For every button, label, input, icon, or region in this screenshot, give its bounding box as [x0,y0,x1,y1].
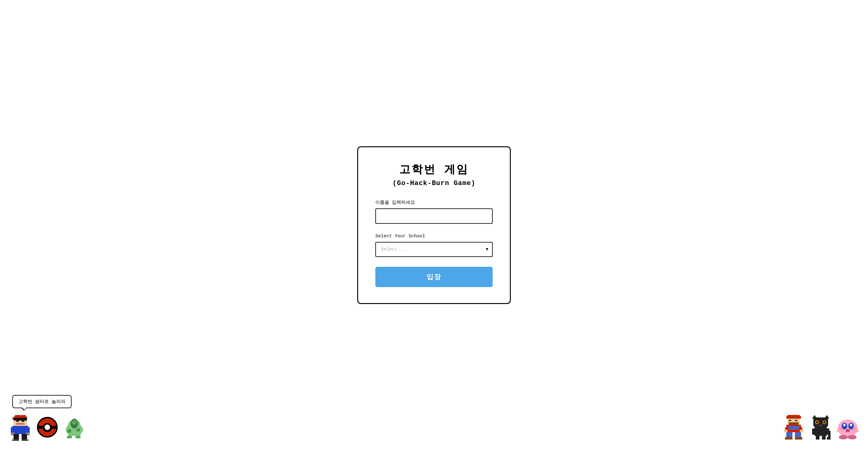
svg-point-72 [850,424,852,426]
svg-rect-9 [11,427,15,433]
svg-rect-62 [812,428,816,434]
school-label: Select Your School [375,234,493,239]
svg-rect-61 [814,427,827,436]
school-select-wrapper: Select... School 1 School 2 ▼ [375,242,493,257]
svg-point-77 [848,435,857,439]
submit-button[interactable]: 입장 [375,267,493,287]
svg-point-59 [824,421,825,423]
svg-rect-15 [12,440,19,441]
svg-rect-67 [827,437,831,440]
sprite-ash-trainer [9,414,31,441]
svg-rect-65 [822,436,826,440]
left-decorations: 고학번 쉼터로 놀러와 [9,395,85,441]
school-select[interactable]: Select... School 1 School 2 [375,242,493,257]
svg-rect-64 [816,436,819,440]
svg-rect-51 [785,437,793,440]
sprite-black-cat [810,414,832,441]
svg-point-71 [843,424,845,426]
svg-point-79 [855,429,859,432]
svg-rect-10 [26,427,30,433]
svg-point-76 [839,435,848,439]
sprite-bulbasaur [63,414,85,441]
svg-rect-35 [75,436,81,438]
svg-point-22 [46,426,49,429]
svg-rect-13 [13,434,19,440]
svg-rect-47 [784,430,787,432]
sprite-mario [783,414,805,441]
card-title-korean: 고학번 게임 [375,162,493,177]
svg-rect-49 [786,432,793,437]
svg-rect-40 [789,420,791,421]
page-wrapper: 고학번 게임 (Go-Hack-Burn Game) 이름을 입력하세요 Sel… [0,0,868,450]
svg-rect-5 [22,421,24,422]
svg-point-78 [837,429,841,432]
login-card: 고학번 게임 (Go-Hack-Burn Game) 이름을 입력하세요 Sel… [357,146,511,304]
svg-rect-52 [795,437,802,440]
svg-point-31 [72,420,77,425]
svg-rect-42 [789,422,799,425]
sprite-pokeball [36,414,58,441]
svg-rect-50 [795,432,801,437]
name-label: 이름을 입력하세요 [375,199,493,205]
svg-point-24 [68,429,71,433]
svg-rect-48 [800,430,804,432]
svg-rect-38 [790,417,797,419]
card-title-english: (Go-Hack-Burn Game) [375,179,493,187]
speech-bubble: 고학번 쉼터로 놀러와 [12,395,71,408]
svg-rect-16 [22,440,28,441]
svg-rect-14 [22,434,27,440]
name-input[interactable] [375,208,493,224]
pixel-chars-left [9,414,85,441]
sprite-kirby [837,414,859,441]
svg-rect-4 [16,421,19,422]
svg-point-73 [845,429,850,432]
right-decorations [783,414,859,441]
svg-point-58 [816,421,818,423]
svg-rect-6 [16,423,24,424]
svg-rect-41 [795,420,797,421]
svg-rect-34 [67,436,72,438]
svg-rect-7 [13,418,27,421]
svg-rect-44 [787,426,800,430]
svg-rect-60 [819,425,822,426]
